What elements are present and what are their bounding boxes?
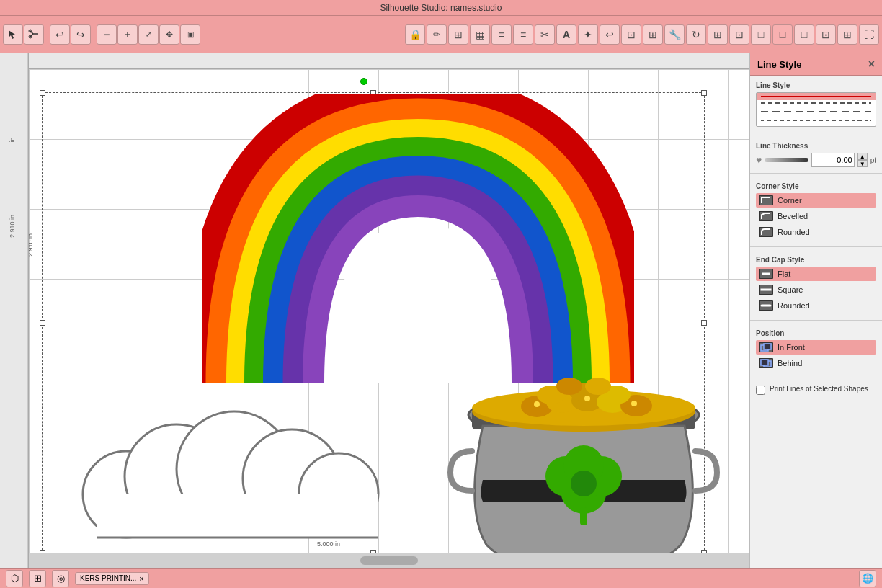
main-area: // We'll add ticks via CSS background in…	[0, 53, 882, 568]
svg-rect-50	[761, 360, 768, 365]
divider4	[750, 320, 882, 321]
status-layers-btn[interactable]: ⊞	[29, 570, 46, 587]
select2-btn[interactable]: ⊡	[729, 24, 749, 45]
grid-btn[interactable]: ⊞	[448, 24, 468, 45]
zoom-out-btn[interactable]: −	[97, 24, 117, 45]
svg-text:2.910 in: 2.910 in	[9, 215, 16, 238]
cloud-image	[68, 365, 400, 552]
canvas-white: 5.000 in 2.910 in	[29, 69, 749, 553]
line-style-section: Line Style	[750, 76, 882, 130]
align-h-btn[interactable]: ▦	[470, 24, 490, 45]
ruler-top: // We'll add ticks via CSS background in…	[29, 53, 749, 69]
handle-tl[interactable]	[40, 90, 45, 96]
hscroll-thumb[interactable]	[360, 556, 418, 565]
titlebar: Silhouette Studio: names.studio	[0, 0, 882, 16]
status-tag-close[interactable]: ×	[139, 574, 143, 583]
lock-btn[interactable]: 🔒	[405, 24, 425, 45]
dist-btn[interactable]: ⊞	[837, 24, 858, 45]
opacity-btn[interactable]: ⊡	[816, 24, 836, 45]
zoom-fit-btn[interactable]: ⤢	[138, 24, 159, 45]
border-btn[interactable]: □	[751, 24, 771, 45]
print-lines-checkbox[interactable]	[756, 386, 765, 395]
corner-style-section: Corner Style Corner Bevelled Rounded	[750, 177, 882, 244]
title-text: Silhouette Studio: names.studio	[380, 3, 502, 13]
fullscreen-btn[interactable]: ⛶	[859, 24, 879, 45]
lines1-btn[interactable]: ≡	[491, 24, 512, 45]
lines2-btn[interactable]: ≡	[513, 24, 533, 45]
scissors-btn[interactable]: ✂	[535, 24, 555, 45]
undo-btn[interactable]: ↩	[50, 24, 70, 45]
cut-tool[interactable]	[24, 24, 44, 45]
spin-up-btn[interactable]: ▲	[858, 153, 868, 160]
canvas-area[interactable]: // We'll add ticks via CSS background in…	[0, 53, 749, 568]
settings-btn[interactable]: 🔧	[664, 24, 685, 45]
corner-rounded-option[interactable]: Rounded	[756, 225, 876, 239]
corner-round-icon	[759, 227, 773, 237]
text-btn[interactable]: A	[556, 24, 576, 45]
star-btn[interactable]: ✦	[578, 24, 598, 45]
end-cap-section: End Cap Style Flat Square Rounded	[750, 250, 882, 317]
rotation-handle[interactable]	[360, 78, 368, 85]
sep1	[45, 24, 48, 45]
tool-group-zoom: − + ⤢ ✥ ▣	[97, 24, 200, 45]
refresh-btn[interactable]: ↻	[686, 24, 706, 45]
svg-point-26	[585, 378, 611, 395]
handle-ml[interactable]	[40, 320, 45, 326]
pan-btn[interactable]: ✥	[159, 24, 179, 45]
thickness-section: Line Thickness ♥ 0.00 ▲ ▼ pt	[750, 136, 882, 170]
status-target-btn[interactable]: ◎	[52, 570, 69, 587]
svg-point-28	[584, 396, 590, 401]
svg-rect-47	[764, 344, 771, 349]
cap-square-option[interactable]: Square	[756, 282, 876, 297]
corner-bevelled-option[interactable]: Bevelled	[756, 209, 876, 223]
corner-corner-option[interactable]: Corner	[756, 193, 876, 208]
cap-rounded-option[interactable]: Rounded	[756, 298, 876, 313]
panel-header: Line Style ×	[750, 53, 882, 76]
line-dashed-preview	[761, 102, 871, 104]
pos-front-icon	[759, 342, 773, 352]
toolbar-right: 🔒 ✏ ⊞ ▦ ≡ ≡ ✂ A ✦ ↩ ⊡ ⊞ 🔧 ↻ ⊞ ⊡ □ □ □ ⊡ …	[405, 24, 879, 45]
group-btn[interactable]: ⊡	[621, 24, 641, 45]
undo2-btn[interactable]: ↩	[600, 24, 620, 45]
stroke-btn[interactable]: □	[794, 24, 814, 45]
fill-btn[interactable]: □	[772, 24, 793, 45]
select-tool[interactable]	[3, 24, 23, 45]
arrange-btn[interactable]: ⊞	[643, 24, 663, 45]
line-dashed-option[interactable]	[761, 99, 871, 107]
toolbar: ↩ ↪ − + ⤢ ✥ ▣ 🔒 ✏ ⊞ ▦ ≡ ≡ ✂ A ✦ ↩ ⊡ ⊞ 🔧 …	[0, 16, 882, 53]
pos-behind-option[interactable]: Behind	[756, 356, 876, 370]
svg-rect-35	[580, 507, 587, 525]
view-btn[interactable]: ▣	[180, 24, 200, 45]
status-globe-btn[interactable]: 🌐	[859, 570, 876, 587]
line-dotdash-option[interactable]	[761, 117, 871, 124]
redo-btn[interactable]: ↪	[71, 24, 91, 45]
print-lines-text: Print Lines of Selected Shapes	[770, 384, 868, 393]
line-dash-long-option[interactable]	[761, 108, 871, 115]
status-arrow-btn[interactable]: ⬡	[6, 570, 23, 587]
thickness-input[interactable]: 0.00	[811, 153, 855, 167]
thickness-label: Line Thickness	[756, 142, 876, 150]
draw-btn[interactable]: ✏	[427, 24, 447, 45]
zoom-in-btn[interactable]: +	[117, 24, 138, 45]
pos-front-option[interactable]: In Front	[756, 340, 876, 355]
panel-close-btn[interactable]: ×	[868, 58, 875, 71]
hscroll[interactable]	[29, 553, 749, 568]
corner-sharp-icon	[759, 195, 773, 205]
flat-label: Flat	[778, 270, 790, 278]
svg-text:in: in	[9, 137, 16, 142]
position-section: Position In Front Behind	[750, 324, 882, 375]
pot-image	[443, 307, 724, 553]
thickness-slider[interactable]	[765, 158, 808, 162]
spin-down-btn[interactable]: ▼	[858, 160, 868, 167]
handle-tr[interactable]	[701, 90, 707, 96]
heart-icon: ♥	[756, 154, 762, 166]
cap-flat-icon	[759, 269, 773, 279]
divider1	[750, 133, 882, 133]
layers-btn[interactable]: ⊞	[708, 24, 728, 45]
line-solid-preview	[761, 96, 871, 97]
corner-rounded-label: Rounded	[778, 228, 810, 236]
divider3	[750, 246, 882, 247]
cap-flat-option[interactable]: Flat	[756, 267, 876, 281]
cap-rounded-label: Rounded	[778, 301, 810, 310]
line-style-box[interactable]	[756, 92, 876, 127]
